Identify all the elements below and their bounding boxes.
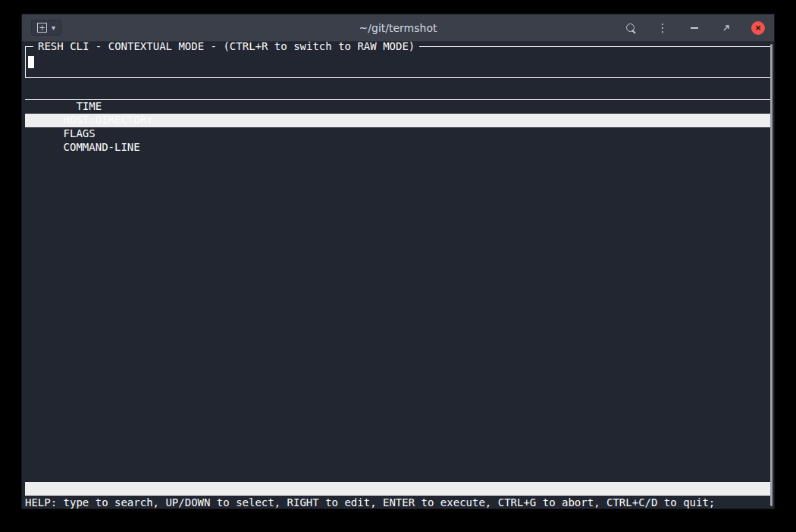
text-cursor — [28, 56, 34, 68]
header-time: TIME — [64, 99, 108, 113]
status-bar: 2020-05-08 00:34:56 tower:~/git/termshot… — [25, 482, 771, 496]
history-row[interactable]: 7 days ~/git/termshot G time x=1 — [25, 386, 771, 400]
terminal-window: + ▾ ~/git/termshot ⋮ × RESH CLI - CONTEX… — [21, 14, 775, 509]
history-row[interactable]: 7 days ~/git/termshot G time echo someth… — [25, 414, 771, 427]
history-row[interactable]: 3 days ~/git/termshot G mv ~/xterm.2020.… — [25, 223, 771, 236]
history-row[interactable]: 3 days ~/git/termshot G mv ~/xterm.2020.… — [25, 332, 771, 346]
table-header: TIME HOST:DIRECTORY FLAGS COMMAND-LINE — [25, 86, 771, 100]
history-row[interactable]: 7 days ~/git/termshot G time echo someth… — [25, 400, 771, 414]
history-row[interactable]: 7 days ~/git/termshot G time date — [25, 373, 771, 386]
history-row[interactable]: 3 days ~/git/termshot G mv ~/xterm.2020.… — [25, 277, 771, 291]
history-row[interactable]: 3 days ~/git/termshot G mv ~/xterm.2020.… — [25, 236, 771, 250]
history-row[interactable]: 3 days ~/git/termshot G cd — [25, 100, 771, 114]
history-row[interactable]: 3 days ~/git/termshot G ls — [25, 168, 771, 182]
history-row[interactable]: 3 days ~/git/termshot G mv ~/xterm.2020.… — [25, 196, 771, 209]
search-box-title: RESH CLI - CONTEXTUAL MODE - (CTRL+R to … — [33, 42, 419, 53]
window-title: ~/git/termshot — [359, 22, 437, 34]
history-row[interactable]: 3 days ~/git/termshot G rm xterm-mockup-… — [25, 182, 771, 196]
history-row[interactable]: 6 days ~/git/termshot G cd .. — [25, 346, 771, 359]
titlebar: + ▾ ~/git/termshot ⋮ × — [22, 14, 774, 42]
new-tab-split-button[interactable]: + ▾ — [31, 20, 61, 36]
titlebar-actions: ⋮ × — [624, 21, 765, 35]
history-row[interactable]: 7 days ~/git/termshot G clear — [25, 359, 771, 373]
terminal-content: RESH CLI - CONTEXTUAL MODE - (CTRL+R to … — [22, 42, 774, 509]
new-tab-icon: + — [37, 23, 47, 33]
history-row[interactable]: 7 days ~/git/termshot G bash — [25, 427, 771, 441]
history-row[interactable]: 3 days ~/git/termshot G inkscape xterm-m… — [25, 305, 771, 318]
history-row[interactable]: 7 days ~/git/termshot G mv ~/xterm.2020.… — [25, 468, 771, 482]
history-row[interactable]: 3 days ~/git/termshot G mv ~/xterm.2020.… — [25, 155, 771, 168]
history-row[interactable]: 3 days ~/git/termshot G fh() {; eval $( … — [25, 127, 771, 141]
close-button[interactable]: × — [751, 21, 765, 35]
history-row[interactable]: 7 days ~/git/termshot G mv ~/xterm.2020.… — [25, 455, 771, 468]
search-icon — [625, 23, 636, 33]
history-row[interactable]: 3 days ~/git/termshot G mv ~/xterm.2020.… — [25, 264, 771, 277]
history-row[interactable]: 3 days ~/git/termshot G mv ~/xterm.2020.… — [25, 250, 771, 264]
header-hostdir: HOST:DIRECTORY — [64, 113, 166, 127]
header-command: COMMAND-LINE — [64, 141, 140, 153]
history-row[interactable]: 3 days ~/git/termshot G inkscape xterm-w… — [25, 209, 771, 223]
minimize-button[interactable] — [688, 21, 701, 35]
search-box[interactable]: RESH CLI - CONTEXTUAL MODE - (CTRL+R to … — [25, 46, 771, 78]
scrollbar[interactable] — [770, 44, 772, 506]
search-button[interactable] — [624, 21, 638, 35]
history-row[interactable]: 3 days ~/git/termshot G inkscape xterm-m… — [25, 318, 771, 332]
history-row[interactable]: 3 days ~/git/termshot G rm xterm-mockup-… — [25, 291, 771, 305]
history-rows: 3 days ~/git/termshot G cd 3 days ~/git/… — [25, 100, 771, 482]
help-bar: HELP: type to search, UP/DOWN to select,… — [25, 496, 771, 509]
chevron-down-icon[interactable]: ▾ — [52, 23, 55, 32]
history-row[interactable]: 7 days ~/git/termshot G mv ~/xterm.2020.… — [25, 441, 771, 455]
maximize-button[interactable] — [719, 21, 733, 35]
maximize-icon — [722, 23, 731, 33]
menu-button[interactable]: ⋮ — [656, 21, 669, 35]
header-flags: FLAGS — [64, 127, 102, 140]
minimize-icon — [691, 27, 698, 29]
